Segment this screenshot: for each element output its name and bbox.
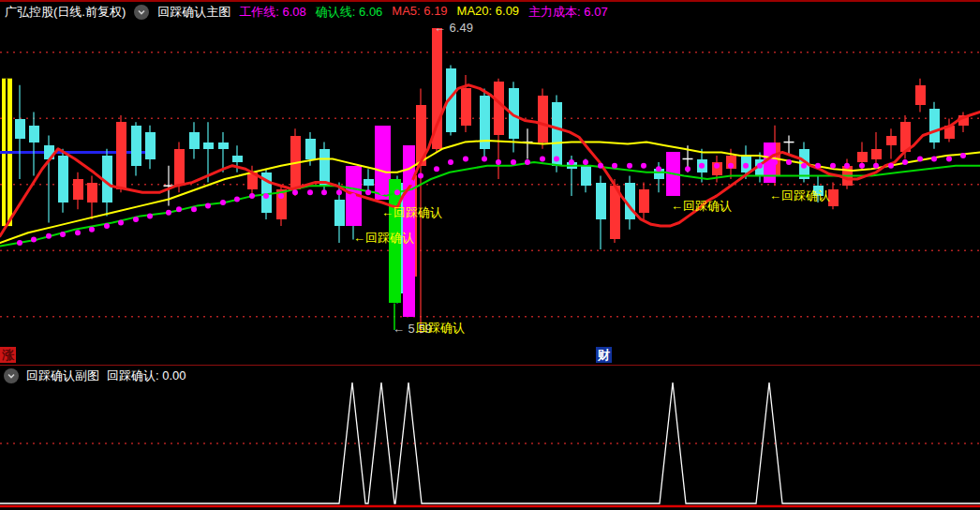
cost-dot: [408, 180, 414, 186]
cost-dot: [482, 157, 487, 162]
cost-dot: [902, 159, 908, 165]
cost-dot: [463, 157, 468, 162]
candle-body: [15, 119, 25, 140]
header-field: 确认线: 6.06: [316, 4, 383, 21]
cost-dot: [278, 193, 284, 199]
cost-dot: [960, 153, 966, 158]
candle-body: [871, 149, 882, 159]
cost-dot: [743, 163, 749, 169]
cost-dot: [147, 213, 153, 218]
cost-dot: [60, 232, 66, 237]
sub-field-label: 回踩确认:: [107, 368, 159, 382]
cost-dot: [612, 163, 617, 169]
cost-dot: [525, 159, 530, 165]
candle-body: [203, 142, 214, 149]
main-chart-header: 广弘控股(日线.前复权) 回踩确认主图 工作线: 6.08确认线: 6.06MA…: [0, 3, 608, 22]
candle-body: [189, 132, 200, 149]
cost-dot: [307, 189, 313, 195]
pullback-annotation: ← 6.49: [434, 21, 473, 35]
cost-dot: [830, 163, 836, 169]
candle-body: [87, 183, 97, 203]
cost-dot: [46, 233, 52, 239]
candle-body: [432, 28, 442, 149]
candle-body: [58, 156, 68, 202]
cost-dot: [801, 163, 807, 169]
cost-dot: [583, 159, 588, 165]
candle-body: [461, 88, 471, 125]
candle-body: [29, 126, 39, 142]
stock-title: 广弘控股(日线.前复权): [5, 4, 126, 21]
cost-dot: [656, 166, 661, 172]
cost-dot: [714, 163, 720, 169]
candle-body: [610, 186, 620, 239]
cost-dot: [554, 157, 559, 162]
cost-dot: [757, 163, 763, 169]
signal-overlay-bar: [375, 126, 391, 200]
cost-dot: [249, 193, 255, 199]
cost-dot: [598, 163, 603, 169]
header-field: MA20: 6.09: [457, 4, 520, 21]
candle-body: [639, 189, 649, 213]
cost-dot: [118, 220, 124, 226]
cost-dot: [699, 163, 705, 169]
sub-chart[interactable]: [0, 366, 980, 510]
cost-dot: [263, 193, 269, 199]
chevron-down-icon[interactable]: [4, 368, 19, 383]
cost-dot: [292, 189, 298, 195]
cost-dot: [220, 200, 226, 205]
cost-dot: [859, 163, 865, 169]
candle-body: [131, 126, 141, 166]
cost-dot: [685, 166, 690, 172]
main-chart[interactable]: ← 6.49←回踩确认←回踩确认← 5.59回踩确认←回踩确认←回踩确认: [0, 0, 980, 347]
cost-dot: [104, 223, 110, 229]
candle-body: [915, 85, 926, 106]
working-line-red: [0, 85, 980, 236]
candle-body: [334, 200, 345, 227]
pullback-annotation: 回踩确认: [416, 321, 465, 335]
cost-dot: [234, 197, 240, 202]
cost-dot: [205, 203, 211, 209]
candle-body: [116, 122, 126, 189]
cost-dot: [670, 166, 676, 172]
cost-dot: [394, 189, 400, 195]
cost-dot: [336, 189, 342, 195]
cost-dot: [728, 163, 734, 169]
candle-body: [538, 96, 548, 142]
cost-dot: [434, 166, 439, 172]
candle-body: [929, 109, 940, 142]
main-indicator-name: 回踩确认主图: [157, 4, 230, 21]
cost-dot: [75, 230, 81, 235]
cost-dot: [448, 159, 453, 165]
cost-dot: [365, 189, 371, 195]
cost-dot: [133, 217, 139, 222]
cost-dot: [166, 210, 171, 216]
cost-dot: [786, 159, 792, 165]
cost-dot: [511, 159, 516, 165]
pullback-annotation: ←回踩确认: [769, 188, 830, 202]
cost-dot: [641, 163, 646, 169]
cost-dot: [89, 227, 95, 232]
sub-indicator-name: 回踩确认副图: [26, 368, 99, 384]
cost-dot: [496, 159, 501, 165]
candle-body: [364, 179, 374, 186]
cost-dot: [946, 157, 952, 162]
candle-body: [305, 139, 316, 159]
cost-dot: [418, 172, 423, 178]
cost-dot: [772, 159, 778, 165]
cost-dot: [931, 157, 937, 162]
header-field: 工作线: 6.08: [239, 4, 306, 21]
pullback-annotation: ←回踩确认: [671, 199, 732, 213]
candle-body: [145, 132, 156, 159]
pullback-annotation: ←回踩确认: [381, 205, 442, 219]
candle-body: [218, 142, 229, 149]
panel-separator: [0, 365, 980, 366]
cost-dot: [815, 163, 821, 169]
chevron-down-icon[interactable]: [134, 5, 149, 20]
candle-body: [886, 136, 897, 146]
pullback-annotation: ←回踩确认: [353, 231, 414, 245]
cost-dot: [569, 159, 574, 165]
candle-body: [596, 183, 606, 219]
cost-dot: [176, 206, 182, 212]
header-field: MA5: 6.19: [392, 4, 447, 21]
sub-chart-header: 回踩确认副图 回踩确认: 0.00: [0, 368, 186, 384]
